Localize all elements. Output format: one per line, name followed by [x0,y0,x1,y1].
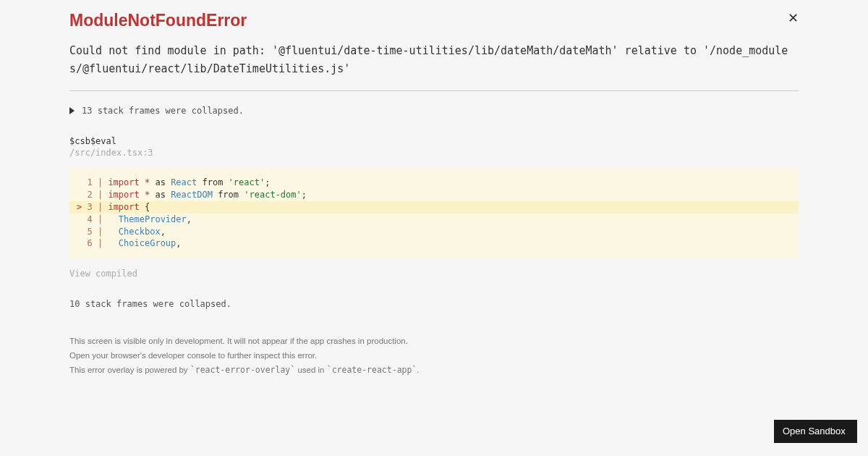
code-line: 6 | ChoiceGroup, [77,237,791,250]
close-button[interactable]: ✕ [788,10,799,25]
collapse-frames-1[interactable]: 13 stack frames were collapsed. [69,106,799,116]
chevron-right-icon [69,107,75,114]
footer-line-3: This error overlay is powered by `react-… [69,364,799,376]
footer-line-2: Open your browser's developer console to… [69,350,799,361]
code-line: > 3 | import { [69,201,799,214]
view-compiled-link[interactable]: View compiled [69,269,799,279]
footer-notes: This screen is visible only in developme… [69,335,799,376]
footer-line-1: This screen is visible only in developme… [69,335,799,347]
open-sandbox-button[interactable]: Open Sandbox [774,420,857,443]
code-block: 1 | import * as React from 'react'; 2 | … [69,168,799,258]
code-line: 2 | import * as ReactDOM from 'react-dom… [77,189,791,201]
error-message: Could not find module in path: '@fluentu… [69,42,799,78]
collapse-frames-2[interactable]: 10 stack frames were collapsed. [69,299,799,309]
code-line: 4 | ThemeProvider, [77,214,791,226]
code-line: 5 | Checkbox, [77,226,791,238]
error-title: ModuleNotFoundError [69,10,247,32]
collapse-frames-1-label: 13 stack frames were collapsed. [82,106,244,116]
frame-name: $csb$eval [69,136,799,146]
divider [69,90,799,91]
frame-path: /src/index.tsx:3 [69,148,799,158]
code-line: 1 | import * as React from 'react'; [77,177,791,189]
collapse-frames-2-label: 10 stack frames were collapsed. [69,299,231,309]
